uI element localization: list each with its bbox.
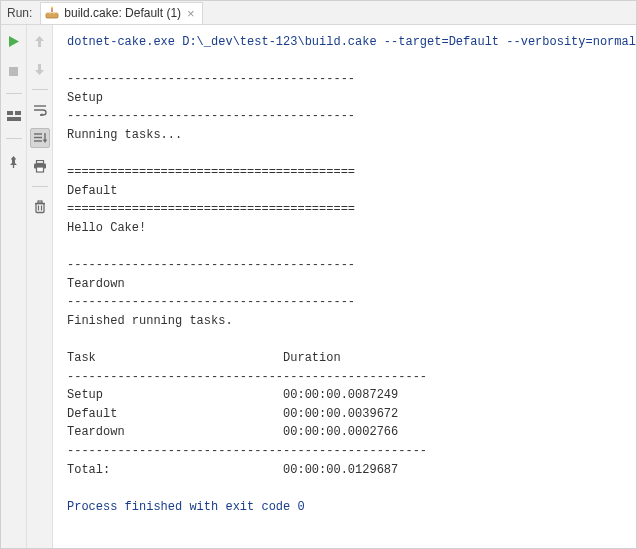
run-body: dotnet-cake.exe D:\_dev\test-123\build.c… (1, 25, 636, 548)
console-line: Setup (67, 89, 622, 108)
console-line (67, 145, 622, 164)
console-command: dotnet-cake.exe D:\_dev\test-123\build.c… (67, 33, 622, 52)
console-status: Process finished with exit code 0 (67, 498, 622, 517)
console-line: Total: 00:00:00.0129687 (67, 461, 622, 480)
console-line: ----------------------------------------… (67, 442, 622, 461)
console-line (67, 238, 622, 257)
separator (32, 89, 48, 90)
separator (6, 93, 22, 94)
run-header: Run: build.cake: Default (1) × (1, 1, 636, 25)
down-arrow-button[interactable] (30, 59, 50, 79)
svg-rect-5 (7, 111, 13, 115)
console-line: Default (67, 182, 622, 201)
console-line: Teardown 00:00:00.0002766 (67, 423, 622, 442)
svg-rect-4 (9, 67, 18, 76)
console-line: ======================================== (67, 163, 622, 182)
stop-button[interactable] (4, 61, 24, 81)
console-line: ======================================== (67, 200, 622, 219)
scroll-to-end-button[interactable] (30, 128, 50, 148)
svg-rect-22 (38, 201, 42, 203)
svg-rect-18 (36, 167, 43, 172)
console-line: ---------------------------------------- (67, 293, 622, 312)
run-tab[interactable]: build.cake: Default (1) × (40, 2, 202, 24)
console-line: Teardown (67, 275, 622, 294)
console-line (67, 52, 622, 71)
run-label: Run: (5, 6, 34, 20)
separator (6, 138, 22, 139)
run-toolbar-secondary (27, 25, 53, 548)
rerun-button[interactable] (4, 31, 24, 51)
console-line: Finished running tasks. (67, 312, 622, 331)
pin-button[interactable] (4, 151, 24, 171)
console-line: Running tasks... (67, 126, 622, 145)
console-line: ---------------------------------------- (67, 107, 622, 126)
console-line: Hello Cake! (67, 219, 622, 238)
run-tab-label: build.cake: Default (1) (64, 6, 181, 20)
svg-marker-15 (42, 140, 46, 144)
close-icon[interactable]: × (186, 7, 196, 20)
soft-wrap-button[interactable] (30, 100, 50, 120)
print-button[interactable] (30, 156, 50, 176)
svg-rect-0 (46, 13, 58, 18)
console-line (67, 331, 622, 350)
console-output[interactable]: dotnet-cake.exe D:\_dev\test-123\build.c… (53, 25, 636, 548)
console-line: ---------------------------------------- (67, 256, 622, 275)
svg-point-2 (51, 7, 53, 9)
svg-marker-3 (9, 36, 19, 47)
layout-button[interactable] (4, 106, 24, 126)
svg-rect-7 (7, 117, 21, 121)
console-line: Task Duration (67, 349, 622, 368)
up-arrow-button[interactable] (30, 31, 50, 51)
svg-rect-19 (36, 204, 44, 213)
svg-rect-16 (36, 160, 43, 163)
clear-all-button[interactable] (30, 197, 50, 217)
cake-icon (45, 6, 59, 20)
run-toolbar-left (1, 25, 27, 548)
svg-rect-1 (52, 8, 53, 12)
console-line: Default 00:00:00.0039672 (67, 405, 622, 424)
separator (32, 186, 48, 187)
console-line: ---------------------------------------- (67, 70, 622, 89)
svg-rect-6 (15, 111, 21, 115)
console-line: ----------------------------------------… (67, 368, 622, 387)
console-line: Setup 00:00:00.0087249 (67, 386, 622, 405)
